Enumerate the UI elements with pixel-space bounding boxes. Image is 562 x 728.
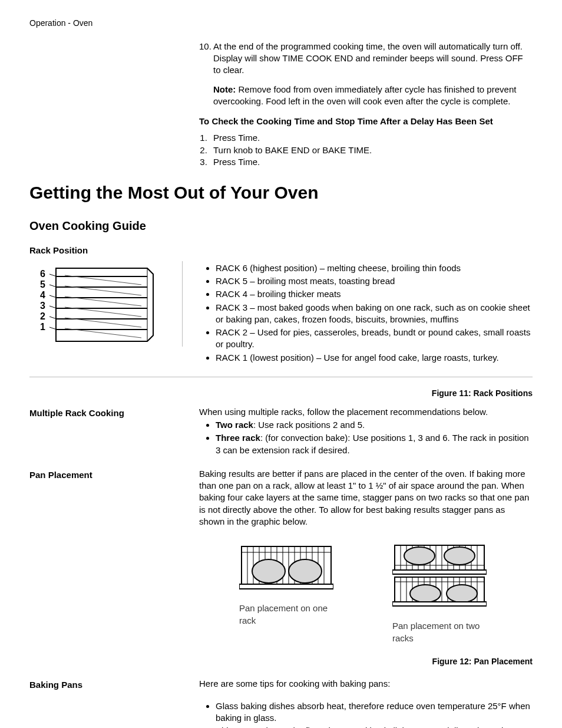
svg-rect-80 bbox=[392, 602, 487, 606]
rack-item: RACK 3 – most baked goods when baking on… bbox=[216, 302, 533, 326]
baking-pans-heading: Baking Pans bbox=[29, 678, 199, 691]
svg-text:2: 2 bbox=[40, 311, 45, 321]
baking-tip: Glass baking dishes absorb heat, therefo… bbox=[216, 700, 533, 724]
baking-pans-intro: Here are some tips for cooking with baki… bbox=[199, 678, 533, 690]
pan-fig2-label: Pan placement on two racks bbox=[392, 620, 492, 644]
multiple-rack-intro: When using multiple racks, follow the pl… bbox=[199, 406, 533, 418]
step-text: At the end of the programmed cooking tim… bbox=[213, 41, 533, 77]
pan-placement-text: Baking results are better if pans are pl… bbox=[199, 468, 533, 528]
svg-point-59 bbox=[404, 547, 435, 565]
step-number: 10. bbox=[199, 41, 213, 77]
multi-rack-item: Three rack: (for convection bake): Use p… bbox=[216, 432, 533, 456]
svg-text:1: 1 bbox=[40, 322, 45, 332]
multi-rack-item: Two rack: Use rack positions 2 and 5. bbox=[216, 419, 533, 431]
pan-figure-one-rack: Pan placement on one rack bbox=[239, 543, 339, 644]
check-step: Turn knob to BAKE END or BAKE TIME. bbox=[210, 144, 533, 156]
svg-text:6: 6 bbox=[40, 269, 45, 279]
check-step: Press Time. bbox=[210, 132, 533, 144]
svg-rect-61 bbox=[392, 570, 487, 574]
rack-item: RACK 4 – broiling thicker meats bbox=[216, 288, 533, 300]
subsection-title: Oven Cooking Guide bbox=[29, 218, 533, 234]
svg-rect-42 bbox=[239, 584, 333, 589]
svg-point-79 bbox=[447, 585, 477, 602]
svg-text:4: 4 bbox=[40, 290, 45, 300]
figure-12-caption: Figure 12: Pan Placement bbox=[199, 656, 533, 667]
svg-point-40 bbox=[252, 559, 285, 583]
baking-tip: Shiny, smooth metal reflects heat result… bbox=[216, 725, 533, 728]
rack-item: RACK 2 – Used for pies, casseroles, brea… bbox=[216, 327, 533, 351]
svg-point-41 bbox=[289, 559, 322, 583]
rack-item: RACK 6 (highest position) – melting chee… bbox=[216, 262, 533, 274]
check-heading: To Check the Cooking Time and Stop Time … bbox=[199, 116, 533, 127]
rack-item: RACK 1 (lowest position) – Use for angel… bbox=[216, 352, 533, 364]
pan-placement-heading: Pan Placement bbox=[29, 468, 199, 481]
rack-item: RACK 5 – broiling most meats, toasting b… bbox=[216, 275, 533, 287]
note-text: Remove food from oven immediately after … bbox=[213, 84, 516, 106]
pan-fig1-label: Pan placement on one rack bbox=[239, 602, 339, 627]
running-header: Operation - Oven bbox=[29, 18, 533, 29]
pan-figure-two-racks: Pan placement on two racks bbox=[392, 543, 492, 644]
rack-positions-figure: 6 5 4 3 2 1 bbox=[29, 261, 183, 347]
multiple-rack-heading: Multiple Rack Cooking bbox=[29, 406, 199, 419]
rack-position-heading: Rack Position bbox=[29, 245, 533, 256]
svg-text:5: 5 bbox=[40, 279, 45, 289]
figure-11-caption: Figure 11: Rack Positions bbox=[29, 388, 533, 399]
svg-point-78 bbox=[410, 585, 441, 602]
svg-point-60 bbox=[444, 547, 475, 565]
check-step: Press Time. bbox=[210, 156, 533, 168]
section-title: Getting the Most Out of Your Oven bbox=[29, 181, 533, 205]
svg-text:3: 3 bbox=[40, 301, 45, 311]
note-label: Note: bbox=[213, 84, 236, 94]
